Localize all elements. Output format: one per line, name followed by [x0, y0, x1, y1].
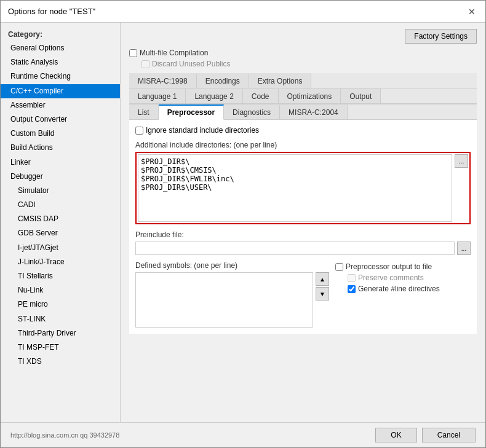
sidebar-item[interactable]: Output Converter [1, 112, 120, 127]
category-label: Category: [1, 28, 120, 41]
tab-preprocessor[interactable]: Preprocessor [159, 104, 224, 120]
ignore-row: Ignore standard include directories [135, 126, 471, 135]
sidebar-item[interactable]: General Options [1, 41, 120, 55]
tabs-row3: ListPreprocessorDiagnosticsMISRA-C:2004 [129, 104, 477, 120]
tab-misra-c-1998[interactable]: MISRA-C:1998 [129, 73, 197, 88]
sidebar-item[interactable]: Nu-Link [1, 283, 120, 297]
tab-language-1[interactable]: Language 1 [129, 88, 186, 103]
sidebar-item[interactable]: Debugger [1, 170, 120, 184]
ignore-std-checkbox[interactable] [135, 127, 143, 135]
multi-file-row: Multi-file Compilation [129, 49, 477, 57]
dialog: Options for node "TEST" ✕ Category: Gene… [0, 0, 486, 448]
dialog-title: Options for node "TEST" [8, 7, 95, 16]
dialog-footer: http://blog.sina.com.cn qq 39432978 OK C… [1, 422, 485, 447]
sidebar: Category: General OptionsStatic Analysis… [1, 23, 121, 422]
sidebar-item[interactable]: Simulator [1, 184, 120, 198]
sidebar-item[interactable]: TI Stellaris [1, 269, 120, 283]
defined-symbols-label: Defined symbols: (one per line) [135, 261, 329, 270]
tab-content: Ignore standard include directories Addi… [129, 120, 477, 334]
sidebar-item[interactable]: TI XDS [1, 355, 120, 369]
defined-symbols-textarea[interactable] [135, 272, 313, 328]
sidebar-item[interactable]: Custom Build [1, 127, 120, 141]
preserve-comments-label: Preserve comments [358, 273, 424, 282]
generate-line-row: Generate #line directives [348, 285, 471, 293]
def-sym-scroll-up[interactable]: ▲ [316, 272, 329, 286]
main-panel: Factory Settings Multi-file Compilation … [121, 23, 485, 422]
multi-file-label[interactable]: Multi-file Compilation [129, 49, 208, 57]
tab-diagnostics[interactable]: Diagnostics [224, 104, 280, 119]
sidebar-item[interactable]: TI MSP-FET [1, 340, 120, 355]
preprocessor-output-section: Preprocessor output to file Preserve com… [335, 261, 471, 328]
preinclude-input[interactable] [135, 242, 455, 255]
include-directories-textarea[interactable] [138, 154, 452, 222]
discard-row: Discard Unused Publics [141, 60, 477, 68]
tabs-row1: MISRA-C:1998EncodingsExtra Options [129, 73, 477, 88]
preinclude-label: Preinclude file: [135, 230, 471, 239]
sidebar-item[interactable]: Linker [1, 155, 120, 170]
ignore-std-label: Ignore standard include directories [146, 126, 259, 135]
sidebar-item[interactable]: Static Analysis [1, 55, 120, 69]
sidebar-item[interactable]: CMSIS DAP [1, 212, 120, 226]
cancel-button[interactable]: Cancel [422, 428, 476, 442]
include-scroll-col: ... [455, 154, 468, 222]
dialog-body: Category: General OptionsStatic Analysis… [1, 23, 485, 422]
generate-line-checkbox[interactable] [348, 285, 356, 293]
preinclude-row: ... [135, 242, 471, 255]
defined-symbols-box: ▲ ▼ [135, 272, 329, 328]
tab-extra-options[interactable]: Extra Options [249, 73, 312, 88]
include-ellipsis-button[interactable]: ... [455, 154, 468, 168]
tabs-row2: Language 1Language 2CodeOptimizationsOut… [129, 88, 477, 104]
sidebar-item[interactable]: Build Actions [1, 141, 120, 155]
sidebar-item[interactable]: PE micro [1, 297, 120, 312]
multi-file-checkbox[interactable] [129, 49, 137, 57]
defined-symbols-section: Defined symbols: (one per line) ▲ ▼ [135, 261, 329, 328]
close-button[interactable]: ✕ [466, 6, 478, 18]
pp-output-label[interactable]: Preprocessor output to file [335, 262, 471, 271]
ok-button[interactable]: OK [375, 428, 416, 442]
tab-encodings[interactable]: Encodings [197, 73, 249, 88]
footer-info: http://blog.sina.com.cn qq 39432978 [10, 431, 370, 439]
def-sym-scroll-down[interactable]: ▼ [316, 287, 329, 301]
sidebar-item[interactable]: C/C++ Compiler [1, 84, 120, 98]
pp-output-checkbox[interactable] [335, 263, 343, 271]
tab-code[interactable]: Code [243, 88, 279, 103]
preserve-comments-checkbox [348, 274, 356, 282]
def-sym-scroll-col: ▲ ▼ [316, 272, 329, 328]
sidebar-item[interactable]: Assembler [1, 98, 120, 112]
include-box-inner: ... [138, 154, 468, 222]
preserve-comments-row: Preserve comments [348, 273, 471, 282]
pp-output-text: Preprocessor output to file [346, 262, 432, 271]
sidebar-item[interactable]: I-jet/JTAGjet [1, 241, 120, 255]
discard-unused-checkbox [141, 60, 149, 68]
tab-optimizations[interactable]: Optimizations [279, 88, 341, 103]
multi-file-text: Multi-file Compilation [140, 49, 208, 57]
sidebar-item[interactable]: J-Link/J-Trace [1, 255, 120, 269]
title-bar: Options for node "TEST" ✕ [1, 1, 485, 23]
factory-row: Factory Settings [129, 29, 477, 44]
sidebar-item[interactable]: CADI [1, 198, 120, 212]
additional-include-label: Additional include directories: (one per… [135, 141, 471, 149]
tab-output[interactable]: Output [341, 88, 381, 103]
include-box-container: ... [135, 152, 471, 224]
preinclude-browse-button[interactable]: ... [457, 242, 471, 255]
preinclude-section: Preinclude file: ... [135, 230, 471, 255]
sidebar-item[interactable]: ST-LINK [1, 312, 120, 326]
tab-misra-c-2004[interactable]: MISRA-C:2004 [280, 104, 348, 119]
generate-line-label: Generate #line directives [358, 285, 440, 293]
sidebar-item[interactable]: GDB Server [1, 226, 120, 240]
sidebar-item[interactable]: Third-Party Driver [1, 326, 120, 340]
tab-language-2[interactable]: Language 2 [186, 88, 242, 103]
bottom-section: Defined symbols: (one per line) ▲ ▼ [135, 261, 471, 328]
tab-list[interactable]: List [129, 104, 159, 119]
discard-unused-label: Discard Unused Publics [152, 60, 230, 68]
sidebar-item[interactable]: Runtime Checking [1, 69, 120, 84]
factory-settings-button[interactable]: Factory Settings [405, 29, 477, 44]
